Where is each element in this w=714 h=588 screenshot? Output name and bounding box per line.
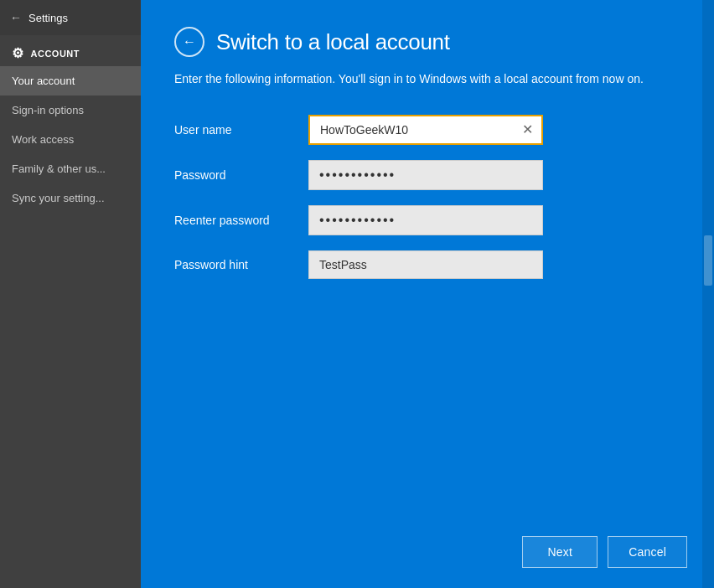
username-input-wrapper: ✕ bbox=[308, 115, 543, 145]
settings-header: ← Settings bbox=[0, 0, 142, 35]
password-hint-input-wrapper bbox=[308, 250, 543, 279]
reenter-password-input[interactable] bbox=[308, 205, 543, 235]
gear-icon: ⚙ bbox=[12, 45, 24, 61]
sidebar-item-your-account[interactable]: Your account bbox=[0, 66, 142, 95]
username-label: User name bbox=[174, 123, 308, 137]
reenter-password-label: Reenter password bbox=[174, 214, 308, 227]
password-hint-label: Password hint bbox=[174, 258, 308, 271]
sidebar-item-family-other[interactable]: Family & other us... bbox=[0, 154, 142, 183]
sidebar-item-sync-settings[interactable]: Sync your setting... bbox=[0, 183, 142, 213]
dialog-title-row: ← Switch to a local account bbox=[174, 27, 680, 57]
reenter-password-row: Reenter password bbox=[174, 205, 593, 235]
sidebar-item-sign-in-options[interactable]: Sign-in options bbox=[0, 95, 142, 125]
password-hint-row: Password hint bbox=[174, 250, 593, 279]
username-clear-button[interactable]: ✕ bbox=[519, 121, 536, 138]
username-input[interactable] bbox=[308, 115, 543, 145]
scrollbar-track bbox=[702, 0, 714, 588]
scrollbar-thumb[interactable] bbox=[704, 235, 712, 286]
password-row: Password bbox=[174, 160, 593, 190]
local-account-dialog: ← Switch to a local account Enter the fo… bbox=[141, 0, 714, 588]
settings-section-title: ⚙ ACCOUNT bbox=[0, 35, 142, 66]
cancel-button[interactable]: Cancel bbox=[608, 536, 687, 568]
password-input[interactable] bbox=[308, 160, 543, 190]
next-button[interactable]: Next bbox=[522, 536, 598, 568]
form-section: User name ✕ Password Reenter password bbox=[174, 115, 593, 279]
password-label: Password bbox=[174, 168, 308, 182]
dialog-title: Switch to a local account bbox=[216, 29, 450, 55]
reenter-password-input-wrapper bbox=[308, 205, 543, 235]
dialog-back-icon: ← bbox=[183, 35, 196, 49]
password-hint-input[interactable] bbox=[308, 250, 543, 279]
dialog-content: ← Switch to a local account Enter the fo… bbox=[141, 0, 714, 523]
sidebar-item-work-access[interactable]: Work access bbox=[0, 125, 142, 154]
dialog-back-button[interactable]: ← bbox=[174, 27, 204, 57]
username-row: User name ✕ bbox=[174, 115, 593, 145]
settings-sidebar: ← Settings ⚙ ACCOUNT Your account Sign-i… bbox=[0, 0, 142, 588]
settings-back-arrow[interactable]: ← bbox=[10, 11, 22, 24]
settings-header-title: Settings bbox=[28, 12, 68, 24]
dialog-footer: Next Cancel bbox=[141, 523, 714, 588]
password-input-wrapper bbox=[308, 160, 543, 190]
dialog-description: Enter the following information. You'll … bbox=[174, 70, 644, 88]
